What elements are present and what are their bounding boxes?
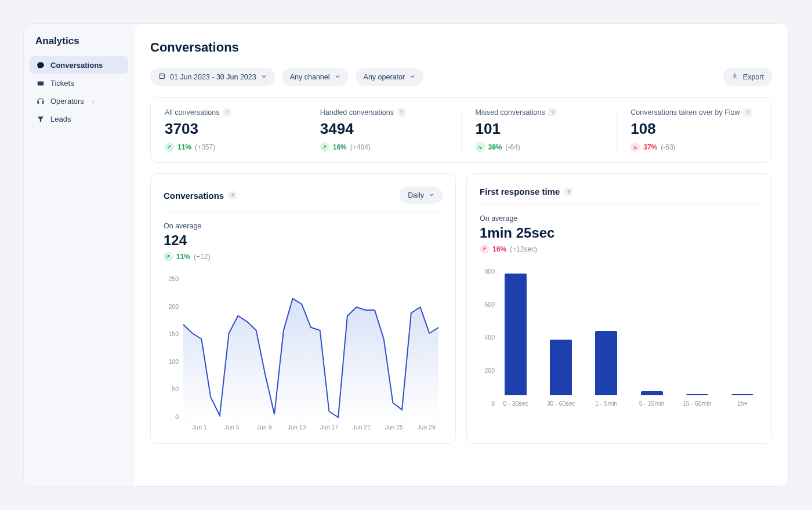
svg-rect-0 bbox=[38, 81, 44, 85]
delta-abs: (-63) bbox=[661, 143, 675, 151]
page-title: Conversations bbox=[150, 40, 772, 55]
stat-value: 108 bbox=[630, 120, 757, 138]
stat-value: 101 bbox=[476, 120, 603, 138]
channel-filter[interactable]: Any channel bbox=[282, 68, 349, 86]
conversations-chart-card: Conversations? Daily On average 124 11% … bbox=[150, 173, 456, 444]
export-button[interactable]: Export bbox=[723, 68, 772, 86]
chevron-right-icon: › bbox=[92, 98, 95, 105]
help-icon[interactable]: ? bbox=[564, 188, 572, 196]
y-axis: 250200150100500 bbox=[164, 275, 182, 420]
filters-row: 01 Jun 2023 - 30 Jun 2023 Any channel An… bbox=[150, 68, 772, 86]
app-shell: Analytics Conversations Tickets Operator… bbox=[23, 23, 789, 487]
trend-up-icon bbox=[164, 252, 173, 261]
export-label: Export bbox=[743, 73, 764, 81]
divider bbox=[480, 203, 759, 204]
help-icon[interactable]: ? bbox=[229, 191, 237, 199]
chevron-down-icon bbox=[409, 73, 415, 81]
delta-pct: 11% bbox=[177, 143, 191, 151]
calendar-icon bbox=[158, 72, 165, 81]
sidebar: Analytics Conversations Tickets Operator… bbox=[24, 24, 134, 486]
trend-down-icon bbox=[476, 143, 485, 152]
delta-abs: (+12) bbox=[194, 253, 210, 261]
sidebar-item-leads[interactable]: Leads bbox=[30, 110, 128, 128]
line-plot bbox=[183, 275, 443, 420]
stat-missed-conversations: Missed conversations? 101 39% (-64) bbox=[462, 108, 617, 152]
delta-abs: (-64) bbox=[506, 143, 520, 151]
operator-label: Any operator bbox=[364, 73, 405, 81]
chevron-down-icon bbox=[429, 191, 434, 199]
stat-label: Conversations taken over by Flow bbox=[630, 108, 740, 116]
line-chart-area: 250200150100500 Jun 1Jun 5Jun 9Jun 13Jun… bbox=[164, 275, 443, 431]
channel-label: Any channel bbox=[290, 73, 330, 81]
stat-label: All conversations bbox=[165, 108, 220, 116]
stat-value: 3703 bbox=[165, 120, 292, 138]
sidebar-title: Analytics bbox=[30, 35, 128, 56]
main-content: Conversations 01 Jun 2023 - 30 Jun 2023 … bbox=[134, 24, 788, 486]
stat-label: Missed conversations bbox=[476, 108, 545, 116]
sidebar-item-operators[interactable]: Operators › bbox=[30, 92, 128, 110]
trend-up-icon bbox=[480, 245, 489, 254]
delta-pct: 37% bbox=[643, 143, 657, 151]
stat-flow-conversations: Conversations taken over by Flow? 108 37… bbox=[617, 108, 771, 152]
stat-value: 3494 bbox=[320, 120, 447, 138]
delta-pct: 39% bbox=[488, 143, 502, 151]
delta-pct: 16% bbox=[333, 143, 347, 151]
date-range-label: 01 Jun 2023 - 30 Jun 2023 bbox=[170, 73, 256, 81]
sidebar-item-label: Leads bbox=[50, 115, 71, 123]
date-range-filter[interactable]: 01 Jun 2023 - 30 Jun 2023 bbox=[150, 68, 275, 86]
sidebar-item-tickets[interactable]: Tickets bbox=[30, 74, 128, 92]
ticket-icon bbox=[37, 79, 45, 88]
x-axis: Jun 1Jun 5Jun 9Jun 13Jun 17Jun 21Jun 25J… bbox=[183, 424, 443, 431]
help-icon[interactable]: ? bbox=[744, 108, 752, 116]
bar-chart-area: 8006004002000 0 - 30sec30 - 60sec1 - 5mi… bbox=[480, 268, 759, 407]
help-icon[interactable]: ? bbox=[223, 108, 231, 116]
sidebar-item-conversations[interactable]: Conversations bbox=[30, 56, 128, 74]
bar-plot: 0 - 30sec30 - 60sec1 - 5min5 - 15min15 -… bbox=[499, 268, 759, 407]
charts-row: Conversations? Daily On average 124 11% … bbox=[150, 173, 772, 444]
stats-card: All conversations? 3703 11% (+357) Handl… bbox=[150, 97, 772, 163]
operators-icon bbox=[37, 97, 45, 105]
svg-rect-1 bbox=[160, 74, 165, 79]
granularity-select[interactable]: Daily bbox=[400, 187, 443, 204]
trend-up-icon bbox=[320, 143, 329, 152]
help-icon[interactable]: ? bbox=[397, 108, 405, 116]
avg-label: On average bbox=[480, 214, 759, 223]
delta-abs: (+357) bbox=[195, 143, 215, 151]
operator-filter[interactable]: Any operator bbox=[356, 68, 424, 86]
y-axis: 8006004002000 bbox=[480, 268, 498, 407]
delta-abs: (+484) bbox=[350, 143, 371, 151]
help-icon[interactable]: ? bbox=[549, 108, 557, 116]
delta-pct: 11% bbox=[176, 253, 190, 261]
avg-value: 124 bbox=[164, 232, 443, 249]
delta-abs: (+12sec) bbox=[510, 245, 537, 253]
download-icon bbox=[731, 72, 738, 81]
chat-icon bbox=[37, 61, 45, 70]
sidebar-item-label: Conversations bbox=[50, 61, 103, 70]
funnel-icon bbox=[37, 115, 45, 123]
stat-all-conversations: All conversations? 3703 11% (+357) bbox=[151, 108, 306, 152]
trend-down-icon bbox=[630, 143, 640, 152]
stat-label: Handled conversations bbox=[320, 108, 394, 116]
delta-pct: 16% bbox=[492, 245, 506, 253]
stat-handled-conversations: Handled conversations? 3494 16% (+484) bbox=[306, 108, 462, 152]
trend-up-icon bbox=[165, 143, 174, 152]
granularity-label: Daily bbox=[408, 191, 424, 199]
chart-title: First response time bbox=[480, 187, 560, 196]
chevron-down-icon bbox=[335, 73, 340, 81]
avg-label: On average bbox=[164, 222, 443, 230]
sidebar-item-label: Tickets bbox=[50, 79, 74, 88]
chart-title: Conversations bbox=[164, 191, 224, 201]
chevron-down-icon bbox=[261, 73, 267, 81]
response-time-chart-card: First response time? On average 1min 25s… bbox=[466, 173, 772, 444]
avg-value: 1min 25sec bbox=[480, 225, 759, 241]
divider bbox=[164, 211, 443, 212]
sidebar-item-label: Operators bbox=[50, 97, 84, 105]
